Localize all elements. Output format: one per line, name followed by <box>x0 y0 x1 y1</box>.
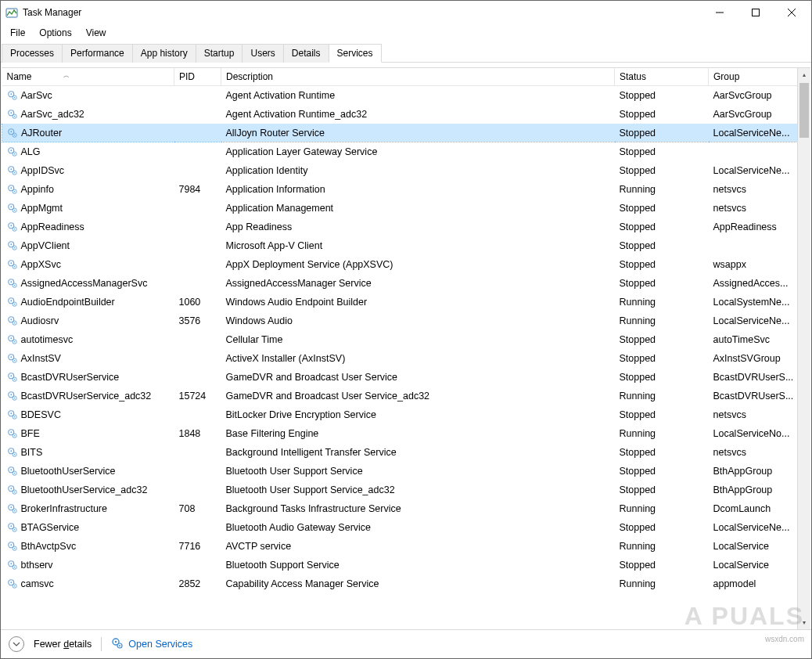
titlebar: Task Manager <box>1 1 811 24</box>
open-services-link[interactable]: Open Services <box>111 637 192 652</box>
table-row[interactable]: BluetoothUserServiceBluetooth User Suppo… <box>2 462 810 481</box>
tab-users[interactable]: Users <box>242 44 283 63</box>
table-row[interactable]: BrokerInfrastructure708Background Tasks … <box>2 499 810 518</box>
table-row[interactable]: BthAvctpSvc7716AVCTP serviceRunningLocal… <box>2 537 810 556</box>
svg-point-66 <box>10 375 12 376</box>
table-row[interactable]: BcastDVRUserServiceGameDVR and Broadcast… <box>2 368 810 387</box>
cell-group: AarSvcGroup <box>709 105 810 124</box>
tab-services[interactable]: Services <box>329 44 382 63</box>
table-row[interactable]: BDESVCBitLocker Drive Encryption Service… <box>2 405 810 424</box>
cell-pid <box>174 556 221 574</box>
table-row[interactable]: AppMgmtApplication ManagementStoppednets… <box>2 199 810 218</box>
maximize-button[interactable] <box>738 1 774 24</box>
column-header-pid[interactable]: PID <box>174 68 221 86</box>
column-header-description[interactable]: Description <box>221 68 615 86</box>
fewer-details-toggle-icon[interactable] <box>9 636 24 652</box>
tab-performance[interactable]: Performance <box>62 44 133 63</box>
cell-group: LocalServiceNe... <box>709 161 810 180</box>
svg-point-82 <box>10 450 12 452</box>
cell-description: Agent Activation Runtime_adc32 <box>221 105 615 124</box>
svg-point-54 <box>10 319 12 320</box>
svg-point-90 <box>10 488 12 489</box>
cell-status: Stopped <box>615 124 709 142</box>
scroll-down-arrow[interactable]: ▾ <box>798 616 810 629</box>
table-row[interactable]: BTAGServiceBluetooth Audio Gateway Servi… <box>2 518 810 537</box>
cell-group: netsvcs <box>709 180 810 199</box>
table-row[interactable]: autotimesvcCellular TimeStoppedautoTimeS… <box>2 330 810 349</box>
cell-status: Running <box>615 424 709 443</box>
tab-app-history[interactable]: App history <box>132 44 196 63</box>
tab-details[interactable]: Details <box>283 44 329 63</box>
cell-group: netsvcs <box>709 443 810 462</box>
cell-description: Bluetooth Audio Gateway Service <box>221 518 615 537</box>
scroll-up-arrow[interactable]: ▴ <box>798 68 810 81</box>
close-button[interactable] <box>774 1 810 24</box>
cell-name: BluetoothUserService <box>2 462 174 481</box>
table-row[interactable]: ALGApplication Layer Gateway ServiceStop… <box>2 142 810 161</box>
table-row[interactable]: AppIDSvcApplication IdentityStoppedLocal… <box>2 161 810 180</box>
table-row[interactable]: BITSBackground Intelligent Transfer Serv… <box>2 443 810 462</box>
fewer-details-button[interactable]: Fewer details <box>34 639 92 650</box>
table-row[interactable]: AppXSvcAppX Deployment Service (AppXSVC)… <box>2 255 810 274</box>
tab-processes[interactable]: Processes <box>2 44 63 63</box>
column-header-name[interactable]: Name︿ <box>2 68 174 86</box>
table-row[interactable]: AppVClientMicrosoft App-V ClientStopped <box>2 236 810 255</box>
separator <box>101 637 102 651</box>
cell-pid <box>174 161 221 180</box>
cell-description: Microsoft App-V Client <box>221 236 615 255</box>
cell-group: AssignedAcces... <box>709 274 810 293</box>
table-row[interactable]: AarSvcAgent Activation RuntimeStoppedAar… <box>2 86 810 105</box>
table-row[interactable]: BFE1848Base Filtering EngineRunningLocal… <box>2 424 810 443</box>
cell-group: AxInstSVGroup <box>709 349 810 368</box>
table-row[interactable]: camsvc2852Capability Access Manager Serv… <box>2 574 810 593</box>
svg-point-18 <box>10 149 12 151</box>
cell-pid <box>174 443 221 462</box>
cell-group: BthAppGroup <box>709 481 810 499</box>
table-row[interactable]: AJRouterAllJoyn Router ServiceStoppedLoc… <box>2 124 810 142</box>
table-row[interactable]: AxInstSVActiveX Installer (AxInstSV)Stop… <box>2 349 810 368</box>
svg-point-8 <box>13 96 15 98</box>
cell-pid: 15724 <box>174 387 221 405</box>
table-row[interactable]: AppReadinessApp ReadinessStoppedAppReadi… <box>2 218 810 236</box>
svg-point-48 <box>13 284 15 286</box>
cell-group: netsvcs <box>709 199 810 218</box>
service-gear-icon <box>7 541 18 552</box>
cell-status: Stopped <box>615 161 709 180</box>
svg-point-40 <box>13 247 15 248</box>
cell-pid: 7716 <box>174 537 221 556</box>
table-row[interactable]: Appinfo7984Application InformationRunnin… <box>2 180 810 199</box>
table-row[interactable]: Audiosrv3576Windows AudioRunningLocalSer… <box>2 311 810 330</box>
svg-point-62 <box>10 356 12 358</box>
svg-point-32 <box>13 209 15 211</box>
cell-description: BitLocker Drive Encryption Service <box>221 405 615 424</box>
cell-description: ActiveX Installer (AxInstSV) <box>221 349 615 368</box>
table-row[interactable]: AarSvc_adc32Agent Activation Runtime_adc… <box>2 105 810 124</box>
svg-point-70 <box>10 394 12 395</box>
column-header-group[interactable]: Group <box>709 68 810 86</box>
menu-options[interactable]: Options <box>33 26 77 40</box>
menu-view[interactable]: View <box>80 26 113 40</box>
cell-status: Stopped <box>615 86 709 105</box>
table-row[interactable]: AssignedAccessManagerSvcAssignedAccessMa… <box>2 274 810 293</box>
service-gear-icon <box>7 240 18 251</box>
tab-startup[interactable]: Startup <box>196 44 243 63</box>
service-gear-icon <box>7 128 18 139</box>
scroll-thumb[interactable] <box>799 83 809 138</box>
table-row[interactable]: AudioEndpointBuilder1060Windows Audio En… <box>2 293 810 311</box>
cell-status: Running <box>615 499 709 518</box>
cell-pid <box>174 330 221 349</box>
cell-group: autoTimeSvc <box>709 330 810 349</box>
table-row[interactable]: BcastDVRUserService_adc3215724GameDVR an… <box>2 387 810 405</box>
cell-group <box>709 236 810 255</box>
cell-name: BcastDVRUserService_adc32 <box>2 387 174 405</box>
cell-description: GameDVR and Broadcast User Service_adc32 <box>221 387 615 405</box>
cell-group: BthAppGroup <box>709 462 810 481</box>
table-row[interactable]: BluetoothUserService_adc32Bluetooth User… <box>2 481 810 499</box>
vertical-scrollbar[interactable]: ▴ ▾ <box>797 68 810 629</box>
minimize-button[interactable] <box>702 1 738 24</box>
table-row[interactable]: bthservBluetooth Support ServiceStoppedL… <box>2 556 810 574</box>
menu-file[interactable]: File <box>4 26 31 40</box>
svg-point-60 <box>13 340 15 342</box>
scroll-track[interactable] <box>798 81 810 616</box>
column-header-status[interactable]: Status <box>615 68 709 86</box>
